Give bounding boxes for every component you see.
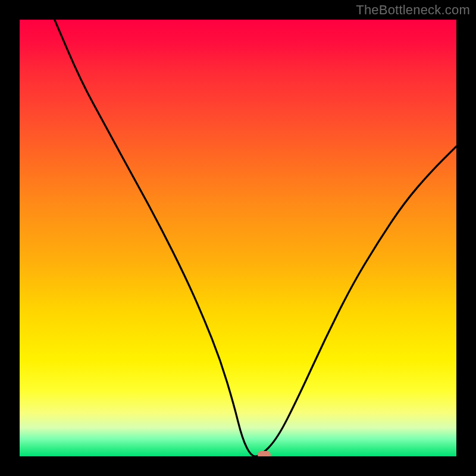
- bottleneck-curve: [20, 20, 456, 456]
- optimal-point-marker: [258, 451, 271, 456]
- chart-frame: TheBottleneck.com: [0, 0, 476, 476]
- plot-area: [20, 20, 456, 456]
- watermark-text: TheBottleneck.com: [356, 2, 470, 18]
